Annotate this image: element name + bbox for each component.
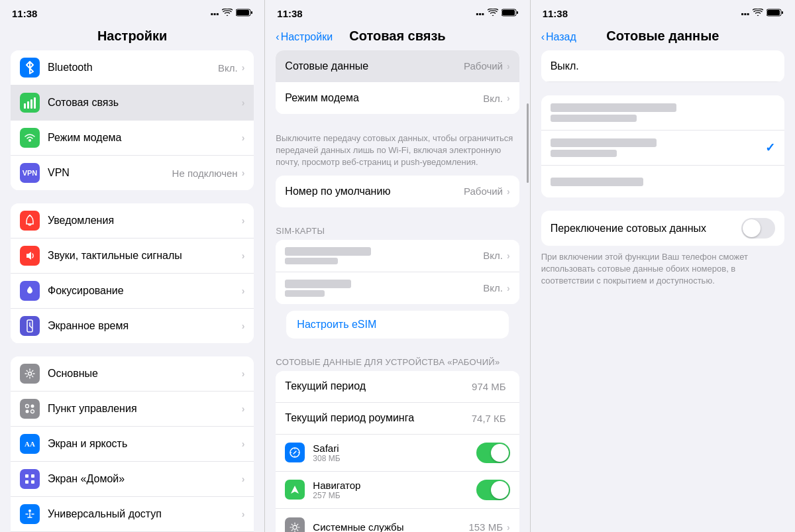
roaming-value: 74,7 КБ <box>472 413 506 424</box>
notifications-label: Уведомления <box>48 215 242 227</box>
notifications-icon <box>20 211 40 231</box>
back-button-3[interactable]: ‹ Назад <box>541 31 576 43</box>
settings-item-bluetooth[interactable]: Bluetooth Вкл. › <box>11 50 254 85</box>
settings-item-sim1[interactable]: Вкл. › <box>276 240 519 272</box>
bluetooth-label: Bluetooth <box>48 62 218 74</box>
back-label-3: Назад <box>546 31 576 43</box>
settings-item-cellular[interactable]: Сотовая связь › <box>11 85 254 121</box>
data-switching-toggle[interactable] <box>741 218 775 239</box>
general-icon <box>20 364 40 384</box>
settings-item-sounds[interactable]: Звуки, тактильные сигналы › <box>11 239 254 274</box>
bluetooth-value: Вкл. <box>218 62 238 74</box>
esim-link[interactable]: Настроить eSIM <box>286 311 508 339</box>
settings-item-controlcenter[interactable]: Пункт управления › <box>11 392 254 427</box>
hotspot2-label: Режим модема <box>285 92 483 104</box>
svg-rect-4 <box>27 101 29 109</box>
chevron-icon: › <box>242 215 245 226</box>
svg-point-7 <box>28 139 31 142</box>
settings-item-screentime[interactable]: Экранное время › <box>11 309 254 343</box>
settings-item-default-number[interactable]: Номер по умолчанию Рабочий › <box>276 176 519 207</box>
connectivity-list: Bluetooth Вкл. › Сотовая связь › <box>11 50 254 190</box>
panel-cellular-data: 11:38 ▪▪▪ ‹ Назад <box>531 0 795 532</box>
svg-rect-20 <box>31 480 34 484</box>
settings-item-vpn[interactable]: VPN VPN Не подключен › <box>11 156 254 190</box>
wifi-icon <box>488 9 498 19</box>
hotspot-label: Режим модема <box>48 132 242 144</box>
status-icons-3: ▪▪▪ <box>741 9 783 19</box>
default-number-group: Номер по умолчанию Рабочий › <box>265 176 529 207</box>
radio-option-1[interactable] <box>541 95 784 131</box>
settings-item-sim2[interactable]: Вкл. › <box>276 272 519 304</box>
system-size: 153 МБ <box>468 521 503 532</box>
chevron-icon: › <box>242 250 245 261</box>
settings-item-hotspot[interactable]: Режим модема › <box>11 121 254 156</box>
navigator-size: 257 МБ <box>313 491 476 500</box>
radio-off[interactable]: Выкл. <box>541 50 784 82</box>
app-data-navigator[interactable]: Навигатор 257 МБ <box>276 472 519 509</box>
svg-line-11 <box>30 326 32 328</box>
hotspot-icon <box>20 128 40 148</box>
chevron-icon: › <box>242 168 245 178</box>
radio-option-1-label <box>551 103 775 122</box>
controlcenter-label: Пункт управления <box>48 403 242 415</box>
safari-info: Safari 308 МБ <box>313 443 476 463</box>
chevron-icon: › <box>242 474 245 484</box>
settings-item-homescreen[interactable]: Экран «Домой» › <box>11 462 254 497</box>
vpn-label: VPN <box>48 167 172 179</box>
sim-group: SIM-КАРТЫ Вкл. › Вкл. › <box>265 221 529 339</box>
radio-options-list: ✓ <box>541 95 784 197</box>
scrollbar[interactable] <box>527 103 529 183</box>
settings-item-general[interactable]: Основные › <box>11 356 254 392</box>
system-info: Системные службы <box>313 521 468 532</box>
current-period-label: Текущий период <box>285 380 472 392</box>
default-number-list: Номер по умолчанию Рабочий › <box>276 176 519 207</box>
chevron-icon: › <box>242 97 245 108</box>
app-data-system[interactable]: Системные службы 153 МБ › <box>276 509 519 532</box>
radio-options-group: ✓ <box>531 95 795 197</box>
svg-rect-3 <box>24 103 26 109</box>
page-title-1: Настройки <box>97 28 168 43</box>
settings-item-display[interactable]: AA Экран и яркость › <box>11 427 254 462</box>
data-usage-list: Текущий период 974 МБ Текущий период роу… <box>276 371 519 532</box>
safari-toggle[interactable] <box>476 443 510 463</box>
battery-icon <box>502 9 518 19</box>
settings-item-accessibility[interactable]: Универсальный доступ › <box>11 497 254 532</box>
radio-option-2[interactable]: ✓ <box>541 131 784 166</box>
cellular-main-list: Сотовые данные Рабочий › Режим модема Вк… <box>276 50 519 114</box>
settings-item-data-switching[interactable]: Переключение сотовых данных <box>541 211 784 246</box>
chevron-icon: › <box>242 403 245 414</box>
settings-item-cellular-data[interactable]: Сотовые данные Рабочий › <box>276 50 519 82</box>
vpn-icon: VPN <box>20 163 40 183</box>
controlcenter-icon <box>20 399 40 419</box>
settings-item-focus[interactable]: Фокусирование › <box>11 274 254 309</box>
radio-option-3[interactable] <box>541 166 784 197</box>
display-icon: AA <box>20 434 40 454</box>
navigator-name: Навигатор <box>313 480 476 491</box>
status-time-1: 11:38 <box>12 8 37 19</box>
safari-name: Safari <box>313 443 476 454</box>
svg-rect-19 <box>25 480 28 484</box>
settings-item-hotspot2[interactable]: Режим модема Вкл. › <box>276 82 519 114</box>
page-title-2: Сотовая связь <box>349 28 445 43</box>
svg-point-13 <box>26 405 29 408</box>
status-bar-3: 11:38 ▪▪▪ <box>531 0 795 23</box>
status-icons-2: ▪▪▪ <box>476 9 518 19</box>
safari-icon <box>285 443 305 462</box>
svg-point-15 <box>26 410 29 413</box>
screentime-label: Экранное время <box>48 320 242 332</box>
svg-rect-25 <box>502 10 515 15</box>
sim1-label <box>285 247 483 264</box>
svg-point-8 <box>29 215 30 216</box>
navigator-toggle[interactable] <box>476 480 510 500</box>
data-switching-group: Переключение сотовых данных При включени… <box>531 211 795 293</box>
app-data-safari[interactable]: Safari 308 МБ <box>276 435 519 472</box>
safari-size: 308 МБ <box>313 454 476 463</box>
chevron-icon: › <box>242 62 245 73</box>
radio-check-icon: ✓ <box>765 140 775 155</box>
current-period-value: 974 МБ <box>472 381 506 392</box>
cellular-content: Сотовые данные Рабочий › Режим модема Вк… <box>265 50 529 532</box>
back-button-2[interactable]: ‹ Настройки <box>276 31 333 43</box>
vpn-value: Не подключен <box>172 168 238 179</box>
settings-item-notifications[interactable]: Уведомления › <box>11 203 254 239</box>
status-time-2: 11:38 <box>277 8 302 19</box>
